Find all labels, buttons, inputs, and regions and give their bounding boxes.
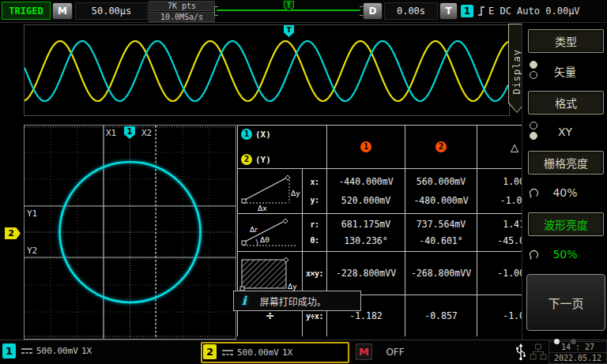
oscilloscope-screen: TRIGED M 50.00μs 7K pts 10.0MSa/s T D 0.… (0, 0, 607, 364)
menu-value-wave-brightness[interactable]: 50% (523, 239, 607, 269)
radio-group (530, 122, 537, 140)
cursor-y2-label: Y2 (27, 246, 37, 256)
menu-item-grid-brightness[interactable]: 栅格亮度 (528, 151, 604, 174)
y-source-label: (Y) (255, 155, 271, 165)
horizontal-mode-button[interactable]: M (52, 2, 73, 20)
toast-text: 屏幕打印成功。 (260, 295, 326, 308)
sample-rate: 10.0MSa/s (149, 12, 215, 22)
column-header-cursor2: 2 (405, 126, 477, 169)
toast-message: i 屏幕打印成功。 (233, 291, 361, 311)
channel2-button[interactable]: 2 (203, 344, 217, 359)
radio-on-icon (530, 132, 537, 140)
column-header-cursor1: 1 (327, 126, 405, 169)
memory-depth: 7K pts (149, 1, 215, 11)
area-product-icon: Δy (238, 252, 303, 295)
horizontal-delay-readout: 0.00s (384, 2, 438, 20)
row3-cursor1-value: -228.800mVV (327, 252, 405, 295)
xy-display-panel: X1 X2 1 Y1 Y2 (24, 125, 236, 340)
row3-label: x×y: (303, 252, 327, 295)
row1-cursor2-values: 560.000mV-480.000mV (405, 169, 477, 214)
next-page-button[interactable]: 下一页 (526, 274, 605, 331)
page-indicator (522, 332, 607, 347)
bottom-status-bar: 1 500.00mV 1X 2 500.00mV 1X (0, 340, 607, 364)
row2-delta-values: 1.4142-45.000° (477, 214, 522, 252)
xy-cursor-icon: Δy Δx (238, 169, 303, 214)
radio-off-icon (530, 71, 537, 79)
trigger-menu-button[interactable]: T (439, 2, 458, 20)
menu-item-format[interactable]: 格式 (528, 91, 604, 114)
row1-labels: x: y: (303, 169, 327, 214)
row3-cursor2-value: -268.800mVV (405, 252, 477, 295)
knob-icon (529, 250, 539, 260)
radio-off-icon (530, 122, 537, 129)
cursor2-badge: 2 (435, 141, 447, 152)
dc-coupling-icon (221, 348, 234, 357)
column-header-delta: △ (477, 126, 522, 169)
channel2-settings[interactable]: 2 500.00mV 1X (201, 342, 349, 363)
menu-item-type[interactable]: 类型 (528, 29, 604, 53)
delta-symbol: △ (511, 141, 518, 153)
menu-value-grid-brightness[interactable]: 40% (523, 178, 607, 208)
acquisition-readout: 7K pts 10.0MSa/s (149, 1, 215, 22)
row2-cursor1-values: 681.175mV130.236° (327, 214, 405, 252)
dy-label: Δy (291, 190, 300, 197)
row2-labels: r: θ: (303, 214, 327, 252)
trigger-source-badge: 1 (461, 5, 473, 17)
cursor-y1-label: Y1 (27, 208, 37, 219)
sidebar-menu: 类型 矢量 格式 XY 栅格亮度 40% 波形亮度 (522, 23, 607, 340)
row4-cursor2-value: -0.857 (405, 295, 477, 336)
output-status: OFF (348, 347, 443, 358)
cursor-x1-label: X1 (106, 128, 116, 138)
info-icon: i (242, 294, 247, 308)
page-dot-active (554, 339, 560, 344)
channel1-settings[interactable]: 500.00mV 1X (21, 343, 92, 358)
menu-item-wave-brightness[interactable]: 波形亮度 (528, 212, 604, 236)
dy-label: Δy (288, 283, 297, 291)
position-bar-left-bracket (214, 6, 218, 16)
row4-delta-value: -1.000 (477, 295, 522, 336)
channel1-button[interactable]: 1 (2, 343, 16, 358)
cursor-x2-label: X2 (141, 128, 152, 138)
polar-cursor-icon: Δr Δθ (238, 214, 303, 252)
xy-graticule (25, 126, 236, 339)
row1-cursor1-values: -440.000mV520.000mV (327, 169, 405, 214)
timebase-readout: 50.00μs (75, 2, 148, 20)
table-source-header: 1 (X) 2 (Y) (238, 126, 327, 169)
cursor1-badge: 1 (360, 141, 371, 152)
channel2-badge: 2 (241, 154, 252, 165)
radio-group (530, 61, 537, 79)
menu-item-xy[interactable]: XY (523, 117, 607, 147)
radio-on-icon (530, 61, 537, 69)
dx-label: Δx (258, 205, 267, 212)
channel2-position-marker-icon[interactable]: 2 (5, 227, 21, 239)
knob-icon (529, 188, 539, 198)
dc-coupling-icon (21, 347, 33, 355)
row1-delta-values: 1.000V-1.000V (477, 169, 522, 214)
rising-edge-icon (477, 6, 486, 17)
yt-waveform-panel (24, 24, 510, 116)
channel1-badge: 1 (241, 129, 252, 140)
menu-item-vector[interactable]: 矢量 (523, 55, 607, 87)
row2-cursor2-values: 737.564mV-40.601° (405, 214, 477, 252)
x-source-label: (X) (255, 129, 271, 140)
display-tab-label: Display (511, 43, 522, 95)
row3-delta-value: -1.000VV (477, 252, 522, 295)
page-dot-inactive (571, 339, 576, 344)
delay-button[interactable]: D (363, 2, 383, 20)
waveform-traces (25, 25, 509, 115)
clock-date: 2022.05.12 (549, 352, 607, 364)
trigger-status-badge: TRIGED (2, 2, 51, 20)
top-status-bar: TRIGED M 50.00μs 7K pts 10.0MSa/s T D 0.… (0, 0, 607, 23)
dr-label: Δr (250, 226, 258, 234)
trigger-settings-readout: E DC Auto 0.00μV (488, 6, 580, 17)
dtheta-label: Δθ (260, 236, 270, 244)
